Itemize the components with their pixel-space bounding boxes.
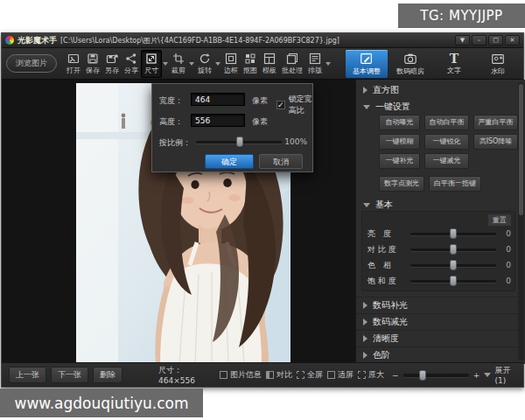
oneclick-sharpen-button[interactable]: 一键锐化: [424, 134, 469, 150]
border-button[interactable]: 边框: [221, 51, 241, 77]
tab-text[interactable]: T 文字: [433, 50, 475, 78]
expand-control[interactable]: 展开(1): [484, 365, 516, 385]
digital-spot-meter-button[interactable]: 数字点测光: [379, 176, 424, 192]
save-as-button[interactable]: 另存: [102, 51, 122, 77]
ratio-label: 按比例：: [159, 137, 191, 149]
scrollbar-thumb[interactable]: [519, 84, 523, 215]
section-oneclick[interactable]: 一键设置: [363, 101, 410, 113]
next-image-button[interactable]: 下一张: [51, 367, 88, 383]
section-basic[interactable]: 基本: [363, 199, 393, 211]
image-info-label: 图片信息: [230, 369, 262, 381]
crop-label: 裁剪: [172, 66, 186, 75]
menu-button[interactable]: ▼: [455, 35, 470, 46]
text-icon: T: [450, 52, 458, 65]
contrast-slider[interactable]: [410, 248, 496, 251]
slider-thumb[interactable]: [450, 228, 457, 239]
slider-thumb[interactable]: [450, 260, 457, 270]
save-label: 保存: [86, 66, 100, 75]
section-clarity[interactable]: 清晰度: [356, 330, 519, 346]
watermark-icon: [491, 52, 505, 66]
slider-thumb[interactable]: [450, 276, 457, 286]
crop-dropdown-icon[interactable]: [189, 62, 194, 66]
layout-button[interactable]: 排版: [305, 51, 325, 77]
zoom-slider-thumb[interactable]: [419, 370, 426, 381]
slider-thumb[interactable]: [450, 244, 457, 255]
rotate-icon: [199, 52, 211, 65]
resize-icon: [145, 52, 158, 65]
oneclick-blur-button[interactable]: 一键模糊: [379, 134, 420, 150]
image-info-button[interactable]: 图片信息: [220, 369, 262, 381]
zoom-slider[interactable]: [403, 374, 469, 377]
zoom-out-button[interactable]: −: [392, 371, 399, 380]
resize-dropdown-icon[interactable]: [163, 62, 168, 66]
fullscreen-button[interactable]: 全屏: [297, 369, 323, 381]
rotate-dropdown-icon[interactable]: [215, 62, 220, 66]
save-button[interactable]: 保存: [83, 51, 102, 77]
basic-adjust-icon: [360, 52, 374, 66]
template-button[interactable]: 模板: [260, 51, 279, 77]
tab-basic-adjust[interactable]: 基本调整: [346, 50, 388, 78]
cutout-button[interactable]: 抠图: [241, 51, 260, 77]
auto-exposure-button[interactable]: 自动曝光: [379, 115, 420, 130]
lock-aspect-checkbox[interactable]: ✓ 锁定宽高比: [276, 94, 312, 116]
tab-watermark[interactable]: 水印: [477, 50, 519, 78]
original-size-button[interactable]: 原大: [358, 369, 384, 381]
brightness-slider[interactable]: [410, 233, 496, 235]
delete-image-button[interactable]: 删除: [93, 367, 122, 383]
hue-slider[interactable]: [410, 264, 496, 267]
width-input[interactable]: [191, 93, 245, 106]
ratio-slider[interactable]: [196, 141, 282, 144]
ratio-slider-thumb[interactable]: [236, 136, 243, 147]
height-unit: 像素: [252, 116, 268, 128]
reset-button[interactable]: 重置: [487, 214, 512, 227]
auto-white-balance-button[interactable]: 自动白平衡: [424, 115, 469, 130]
oneclick-fill-light-button[interactable]: 一键补光: [379, 153, 420, 169]
saturation-slider[interactable]: [410, 280, 496, 283]
batch-label: 批处理: [282, 66, 303, 75]
app-logo-icon: [5, 36, 14, 45]
section-levels[interactable]: 色阶: [356, 346, 519, 363]
section-digital-fill-light[interactable]: 数码补光: [356, 297, 519, 313]
previous-image-button[interactable]: 上一张: [9, 367, 46, 383]
expand-arrow-icon: [484, 373, 491, 377]
compare-label: 对比: [276, 369, 292, 381]
app-window: 光影魔术手 [C:\Users\Lora\Desktop\图片\{4AC169F…: [1, 32, 524, 388]
maximize-button[interactable]: □: [488, 35, 503, 46]
oneclick-reduce-light-button[interactable]: 一键减光: [424, 153, 469, 169]
toolbar-overflow-icon[interactable]: [326, 62, 331, 66]
digital-reduce-label: 数码减光: [373, 316, 408, 328]
fit-screen-button[interactable]: 适屏: [327, 369, 354, 381]
layout-label: 排版: [308, 66, 322, 75]
hue-slider-row: 色 相 0: [368, 259, 511, 271]
lock-aspect-label: 锁定宽高比: [289, 94, 312, 116]
white-balance-one-key-button[interactable]: 白平衡一指键: [429, 176, 481, 192]
open-button[interactable]: 打开: [64, 51, 83, 77]
height-input[interactable]: [191, 114, 245, 127]
minimize-button[interactable]: –: [472, 35, 486, 46]
share-button[interactable]: 分享: [122, 51, 141, 77]
rotate-button[interactable]: 旋转: [195, 51, 214, 77]
oneclick-label: 一键设置: [375, 101, 410, 113]
high-iso-denoise-button[interactable]: 高ISO降噪: [473, 134, 518, 150]
batch-button[interactable]: 批处理: [279, 51, 305, 77]
cancel-button[interactable]: 取消: [259, 154, 303, 169]
close-button[interactable]: ✕: [505, 35, 520, 46]
tab-digital-darkroom[interactable]: 数码暗房: [389, 50, 431, 78]
tab-watermark-label: 水印: [491, 66, 505, 76]
section-histogram[interactable]: 直方图: [363, 84, 399, 96]
section-digital-reduce-light[interactable]: 数码减光: [356, 313, 519, 330]
severe-white-balance-button[interactable]: 严重白平衡: [473, 115, 518, 130]
crop-button[interactable]: 裁剪: [169, 51, 188, 77]
hue-label: 色 相: [368, 260, 406, 271]
save-as-label: 另存: [105, 66, 119, 75]
watermark-bottom: www.agdouqiutiyu.com: [0, 388, 203, 417]
browse-images-button[interactable]: 浏览图片: [6, 54, 57, 73]
resize-button[interactable]: 尺寸: [141, 50, 162, 78]
panel-scrollbar[interactable]: [518, 82, 524, 360]
ok-button[interactable]: 确定: [205, 154, 254, 169]
screenshot-stage: TG: MYYJJPP 光影魔术手 [C:\Users\Lora\Desktop…: [0, 0, 525, 420]
zoom-in-button[interactable]: +: [473, 371, 480, 380]
expanded-arrow-icon: [363, 203, 370, 207]
compare-button[interactable]: 对比: [266, 369, 292, 381]
fit-screen-label: 适屏: [338, 369, 354, 381]
